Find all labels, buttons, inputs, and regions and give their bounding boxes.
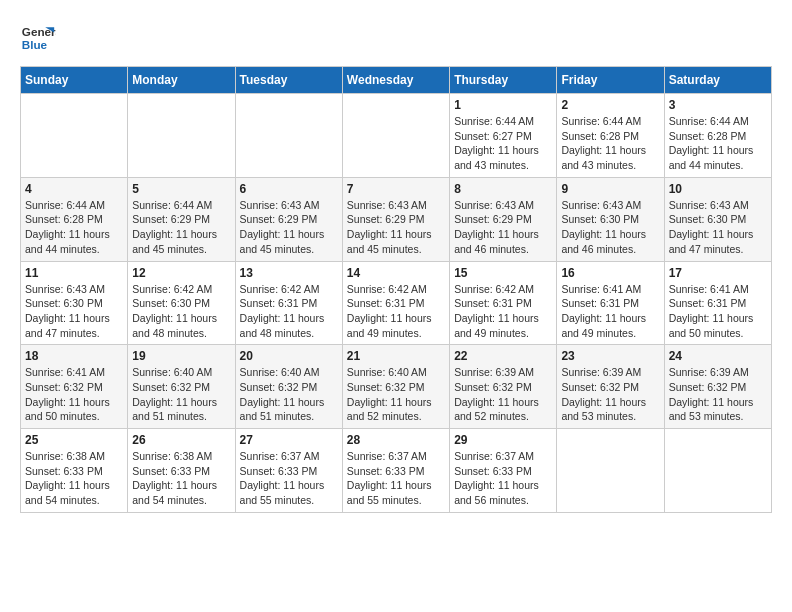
calendar-cell: 10Sunrise: 6:43 AM Sunset: 6:30 PM Dayli… <box>664 177 771 261</box>
calendar-cell: 9Sunrise: 6:43 AM Sunset: 6:30 PM Daylig… <box>557 177 664 261</box>
day-info: Sunrise: 6:42 AM Sunset: 6:31 PM Dayligh… <box>454 282 552 341</box>
logo: General Blue <box>20 20 56 56</box>
day-number: 18 <box>25 349 123 363</box>
calendar-week-1: 4Sunrise: 6:44 AM Sunset: 6:28 PM Daylig… <box>21 177 772 261</box>
page-header: General Blue <box>20 20 772 56</box>
day-info: Sunrise: 6:43 AM Sunset: 6:29 PM Dayligh… <box>240 198 338 257</box>
day-info: Sunrise: 6:42 AM Sunset: 6:30 PM Dayligh… <box>132 282 230 341</box>
day-number: 1 <box>454 98 552 112</box>
calendar-cell: 24Sunrise: 6:39 AM Sunset: 6:32 PM Dayli… <box>664 345 771 429</box>
day-number: 2 <box>561 98 659 112</box>
day-number: 5 <box>132 182 230 196</box>
calendar-body: 1Sunrise: 6:44 AM Sunset: 6:27 PM Daylig… <box>21 94 772 513</box>
day-number: 20 <box>240 349 338 363</box>
day-number: 26 <box>132 433 230 447</box>
calendar-cell <box>664 429 771 513</box>
calendar-cell: 7Sunrise: 6:43 AM Sunset: 6:29 PM Daylig… <box>342 177 449 261</box>
calendar-cell: 18Sunrise: 6:41 AM Sunset: 6:32 PM Dayli… <box>21 345 128 429</box>
weekday-header-tuesday: Tuesday <box>235 67 342 94</box>
calendar-cell <box>21 94 128 178</box>
calendar-week-3: 18Sunrise: 6:41 AM Sunset: 6:32 PM Dayli… <box>21 345 772 429</box>
day-info: Sunrise: 6:44 AM Sunset: 6:27 PM Dayligh… <box>454 114 552 173</box>
calendar-header: SundayMondayTuesdayWednesdayThursdayFrid… <box>21 67 772 94</box>
calendar-cell: 8Sunrise: 6:43 AM Sunset: 6:29 PM Daylig… <box>450 177 557 261</box>
day-info: Sunrise: 6:40 AM Sunset: 6:32 PM Dayligh… <box>240 365 338 424</box>
calendar-cell: 13Sunrise: 6:42 AM Sunset: 6:31 PM Dayli… <box>235 261 342 345</box>
calendar-cell: 1Sunrise: 6:44 AM Sunset: 6:27 PM Daylig… <box>450 94 557 178</box>
day-number: 25 <box>25 433 123 447</box>
calendar-cell: 12Sunrise: 6:42 AM Sunset: 6:30 PM Dayli… <box>128 261 235 345</box>
day-number: 16 <box>561 266 659 280</box>
day-number: 28 <box>347 433 445 447</box>
weekday-header-thursday: Thursday <box>450 67 557 94</box>
weekday-header-saturday: Saturday <box>664 67 771 94</box>
day-number: 6 <box>240 182 338 196</box>
day-info: Sunrise: 6:44 AM Sunset: 6:28 PM Dayligh… <box>561 114 659 173</box>
day-info: Sunrise: 6:44 AM Sunset: 6:28 PM Dayligh… <box>25 198 123 257</box>
day-info: Sunrise: 6:43 AM Sunset: 6:30 PM Dayligh… <box>25 282 123 341</box>
day-number: 7 <box>347 182 445 196</box>
day-number: 9 <box>561 182 659 196</box>
svg-text:Blue: Blue <box>22 38 48 51</box>
day-info: Sunrise: 6:39 AM Sunset: 6:32 PM Dayligh… <box>669 365 767 424</box>
day-number: 27 <box>240 433 338 447</box>
day-info: Sunrise: 6:38 AM Sunset: 6:33 PM Dayligh… <box>132 449 230 508</box>
calendar-cell: 11Sunrise: 6:43 AM Sunset: 6:30 PM Dayli… <box>21 261 128 345</box>
calendar-cell: 25Sunrise: 6:38 AM Sunset: 6:33 PM Dayli… <box>21 429 128 513</box>
calendar-cell: 2Sunrise: 6:44 AM Sunset: 6:28 PM Daylig… <box>557 94 664 178</box>
day-number: 11 <box>25 266 123 280</box>
calendar-week-4: 25Sunrise: 6:38 AM Sunset: 6:33 PM Dayli… <box>21 429 772 513</box>
calendar-cell: 19Sunrise: 6:40 AM Sunset: 6:32 PM Dayli… <box>128 345 235 429</box>
calendar-cell: 14Sunrise: 6:42 AM Sunset: 6:31 PM Dayli… <box>342 261 449 345</box>
calendar-cell: 29Sunrise: 6:37 AM Sunset: 6:33 PM Dayli… <box>450 429 557 513</box>
day-info: Sunrise: 6:43 AM Sunset: 6:30 PM Dayligh… <box>561 198 659 257</box>
day-info: Sunrise: 6:43 AM Sunset: 6:29 PM Dayligh… <box>347 198 445 257</box>
calendar-cell: 26Sunrise: 6:38 AM Sunset: 6:33 PM Dayli… <box>128 429 235 513</box>
weekday-header-wednesday: Wednesday <box>342 67 449 94</box>
day-number: 10 <box>669 182 767 196</box>
calendar-cell: 17Sunrise: 6:41 AM Sunset: 6:31 PM Dayli… <box>664 261 771 345</box>
day-number: 19 <box>132 349 230 363</box>
calendar-week-2: 11Sunrise: 6:43 AM Sunset: 6:30 PM Dayli… <box>21 261 772 345</box>
day-number: 21 <box>347 349 445 363</box>
day-info: Sunrise: 6:39 AM Sunset: 6:32 PM Dayligh… <box>561 365 659 424</box>
day-number: 15 <box>454 266 552 280</box>
day-info: Sunrise: 6:40 AM Sunset: 6:32 PM Dayligh… <box>132 365 230 424</box>
day-number: 23 <box>561 349 659 363</box>
day-number: 14 <box>347 266 445 280</box>
calendar-cell: 20Sunrise: 6:40 AM Sunset: 6:32 PM Dayli… <box>235 345 342 429</box>
calendar-cell <box>342 94 449 178</box>
calendar-table: SundayMondayTuesdayWednesdayThursdayFrid… <box>20 66 772 513</box>
day-info: Sunrise: 6:37 AM Sunset: 6:33 PM Dayligh… <box>240 449 338 508</box>
day-info: Sunrise: 6:37 AM Sunset: 6:33 PM Dayligh… <box>454 449 552 508</box>
weekday-header-monday: Monday <box>128 67 235 94</box>
calendar-cell: 15Sunrise: 6:42 AM Sunset: 6:31 PM Dayli… <box>450 261 557 345</box>
calendar-cell: 28Sunrise: 6:37 AM Sunset: 6:33 PM Dayli… <box>342 429 449 513</box>
calendar-cell: 5Sunrise: 6:44 AM Sunset: 6:29 PM Daylig… <box>128 177 235 261</box>
weekday-header-sunday: Sunday <box>21 67 128 94</box>
logo-icon: General Blue <box>20 20 56 56</box>
calendar-cell: 22Sunrise: 6:39 AM Sunset: 6:32 PM Dayli… <box>450 345 557 429</box>
calendar-week-0: 1Sunrise: 6:44 AM Sunset: 6:27 PM Daylig… <box>21 94 772 178</box>
day-number: 22 <box>454 349 552 363</box>
day-info: Sunrise: 6:42 AM Sunset: 6:31 PM Dayligh… <box>347 282 445 341</box>
calendar-cell <box>235 94 342 178</box>
day-info: Sunrise: 6:37 AM Sunset: 6:33 PM Dayligh… <box>347 449 445 508</box>
calendar-cell: 16Sunrise: 6:41 AM Sunset: 6:31 PM Dayli… <box>557 261 664 345</box>
calendar-cell: 3Sunrise: 6:44 AM Sunset: 6:28 PM Daylig… <box>664 94 771 178</box>
calendar-cell: 23Sunrise: 6:39 AM Sunset: 6:32 PM Dayli… <box>557 345 664 429</box>
day-info: Sunrise: 6:41 AM Sunset: 6:31 PM Dayligh… <box>669 282 767 341</box>
day-number: 3 <box>669 98 767 112</box>
day-info: Sunrise: 6:39 AM Sunset: 6:32 PM Dayligh… <box>454 365 552 424</box>
day-info: Sunrise: 6:44 AM Sunset: 6:28 PM Dayligh… <box>669 114 767 173</box>
day-info: Sunrise: 6:43 AM Sunset: 6:29 PM Dayligh… <box>454 198 552 257</box>
calendar-cell: 4Sunrise: 6:44 AM Sunset: 6:28 PM Daylig… <box>21 177 128 261</box>
day-number: 8 <box>454 182 552 196</box>
day-number: 4 <box>25 182 123 196</box>
day-info: Sunrise: 6:42 AM Sunset: 6:31 PM Dayligh… <box>240 282 338 341</box>
svg-text:General: General <box>22 25 56 38</box>
day-number: 17 <box>669 266 767 280</box>
day-number: 29 <box>454 433 552 447</box>
day-info: Sunrise: 6:41 AM Sunset: 6:31 PM Dayligh… <box>561 282 659 341</box>
day-info: Sunrise: 6:43 AM Sunset: 6:30 PM Dayligh… <box>669 198 767 257</box>
